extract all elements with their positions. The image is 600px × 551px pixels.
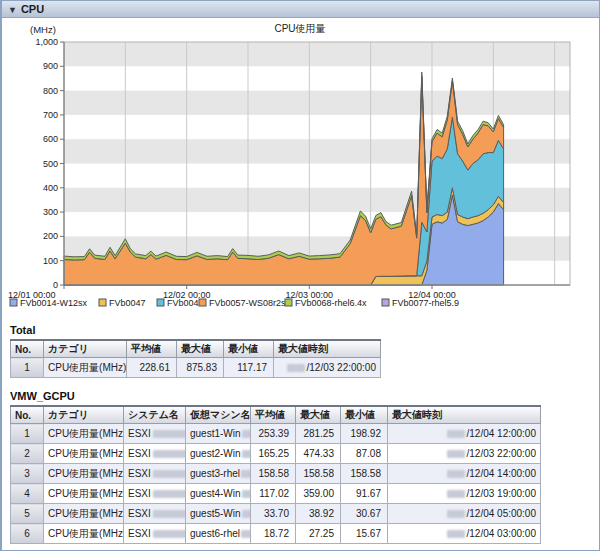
column-header: 仮想マシン名 bbox=[186, 406, 251, 424]
value-cell: 158.58 bbox=[296, 464, 341, 484]
row-number: 1 bbox=[11, 358, 44, 378]
text-cell: CPU使用量(MHz) bbox=[44, 504, 124, 524]
text-cell: CPU使用量(MHz) bbox=[44, 464, 124, 484]
cpu-usage-chart-area: 01002003004005006007008009001,00012/01 0… bbox=[2, 18, 599, 318]
row-number: 2 bbox=[11, 444, 44, 464]
redacted-text bbox=[241, 470, 250, 478]
text-cell: CPU使用量(MHz) bbox=[44, 484, 124, 504]
legend-label: FVb0049 bbox=[167, 298, 204, 308]
y-tick-label: 700 bbox=[43, 110, 58, 120]
chart-unit-label: (MHz) bbox=[30, 24, 56, 35]
legend-swatch-FVb0049 bbox=[157, 299, 164, 306]
collapse-triangle-icon[interactable]: ▼ bbox=[8, 2, 17, 18]
section-title: CPU bbox=[21, 3, 44, 15]
value-cell: 165.25 bbox=[251, 444, 296, 464]
redacted-text bbox=[447, 430, 465, 438]
table-row: 5CPU使用量(MHz)ESXIguest5-Win33.7038.9230.6… bbox=[11, 504, 541, 524]
row-number: 4 bbox=[11, 484, 44, 504]
redacted-text bbox=[153, 430, 186, 438]
column-header: No. bbox=[11, 406, 44, 424]
text-cell: guest2-Win bbox=[186, 444, 251, 464]
legend-swatch-FVb0077-rhel5.9 bbox=[382, 299, 389, 306]
y-tick-label: 400 bbox=[43, 183, 58, 193]
redacted-text bbox=[447, 530, 465, 538]
value-cell: 359.00 bbox=[296, 484, 341, 504]
column-header: カテゴリ bbox=[44, 340, 127, 358]
value-cell: 253.39 bbox=[251, 424, 296, 444]
redacted-text bbox=[153, 450, 186, 458]
table-row: 4CPU使用量(MHz)ESXIguest4-Win117.02359.0091… bbox=[11, 484, 541, 504]
max-time-cell: /12/04 14:00:00 bbox=[388, 464, 541, 484]
redacted-text bbox=[242, 430, 251, 438]
vmw-gcpu-table: No.カテゴリシステム名仮想マシン名平均値最大値最小値最大値時刻1CPU使用量(… bbox=[10, 405, 541, 544]
row-number: 5 bbox=[11, 504, 44, 524]
text-cell: ESXI bbox=[124, 444, 186, 464]
y-tick-label: 800 bbox=[43, 86, 58, 96]
redacted-text bbox=[242, 450, 251, 458]
value-cell: 875.83 bbox=[177, 358, 224, 378]
column-header: 最小値 bbox=[341, 406, 388, 424]
y-tick-label: 200 bbox=[43, 231, 58, 241]
y-tick-label: 300 bbox=[43, 207, 58, 217]
text-cell: guest4-Win bbox=[186, 484, 251, 504]
text-cell: guest3-rhel bbox=[186, 464, 251, 484]
column-header: No. bbox=[11, 340, 44, 358]
redacted-text bbox=[447, 470, 465, 478]
text-cell: ESXI bbox=[124, 484, 186, 504]
column-header: 最大値 bbox=[177, 340, 224, 358]
text-cell: guest1-Win bbox=[186, 424, 251, 444]
y-tick-label: 0 bbox=[53, 280, 58, 290]
cpu-section-header[interactable]: ▼CPU bbox=[2, 1, 599, 18]
value-cell: 281.25 bbox=[296, 424, 341, 444]
table-row: 1CPU使用量(MHz)228.61875.83117.17/12/03 22:… bbox=[11, 358, 381, 378]
value-cell: 474.33 bbox=[296, 444, 341, 464]
value-cell: 87.08 bbox=[341, 444, 388, 464]
value-cell: 117.17 bbox=[224, 358, 274, 378]
value-cell: 117.02 bbox=[251, 484, 296, 504]
max-time-cell: /12/04 03:00:00 bbox=[388, 524, 541, 544]
value-cell: 15.67 bbox=[341, 524, 388, 544]
legend-swatch-FVb0014-W12sx bbox=[10, 299, 17, 306]
row-number: 1 bbox=[11, 424, 44, 444]
y-tick-label: 1,000 bbox=[35, 37, 58, 47]
redacted-text bbox=[153, 530, 186, 538]
text-cell: CPU使用量(MHz) bbox=[44, 424, 124, 444]
y-tick-label: 100 bbox=[43, 256, 58, 266]
column-header: 平均値 bbox=[251, 406, 296, 424]
column-header: 最小値 bbox=[224, 340, 274, 358]
text-cell: CPU使用量(MHz) bbox=[44, 524, 124, 544]
grid-band bbox=[64, 91, 570, 115]
legend-label: FVb0047 bbox=[109, 298, 146, 308]
value-cell: 91.67 bbox=[341, 484, 388, 504]
row-number: 6 bbox=[11, 524, 44, 544]
max-time-cell: /12/03 22:00:00 bbox=[388, 444, 541, 464]
text-cell: CPU使用量(MHz) bbox=[44, 444, 124, 464]
max-time-cell: /12/04 05:00:00 bbox=[388, 504, 541, 524]
redacted-text bbox=[153, 490, 186, 498]
row-number: 3 bbox=[11, 464, 44, 484]
max-time-cell: /12/03 22:00:00 bbox=[274, 358, 381, 378]
table-row: 6CPU使用量(MHz)ESXIguest6-rhel18.7227.2515.… bbox=[11, 524, 541, 544]
legend-label: FVb0077-rhel5.9 bbox=[392, 298, 459, 308]
column-header: システム名 bbox=[124, 406, 186, 424]
y-tick-label: 900 bbox=[43, 61, 58, 71]
redacted-text bbox=[447, 450, 465, 458]
redacted-text bbox=[287, 364, 305, 372]
legend-swatch-FVb0047 bbox=[99, 299, 106, 306]
legend-label: FVb0068-rhel6.4x bbox=[295, 298, 367, 308]
redacted-text bbox=[242, 490, 251, 498]
column-header: 最大値時刻 bbox=[388, 406, 541, 424]
text-cell: CPU使用量(MHz) bbox=[44, 358, 127, 378]
grid-band bbox=[64, 42, 570, 66]
column-header: 平均値 bbox=[127, 340, 177, 358]
y-tick-label: 600 bbox=[43, 134, 58, 144]
total-section-title: Total bbox=[10, 324, 599, 336]
value-cell: 228.61 bbox=[127, 358, 177, 378]
value-cell: 18.72 bbox=[251, 524, 296, 544]
max-time-cell: /12/04 12:00:00 bbox=[388, 424, 541, 444]
y-tick-label: 500 bbox=[43, 159, 58, 169]
legend-label: FVb0014-W12sx bbox=[20, 298, 88, 308]
text-cell: guest5-Win bbox=[186, 504, 251, 524]
redacted-text bbox=[241, 530, 250, 538]
column-header: 最大値 bbox=[296, 406, 341, 424]
